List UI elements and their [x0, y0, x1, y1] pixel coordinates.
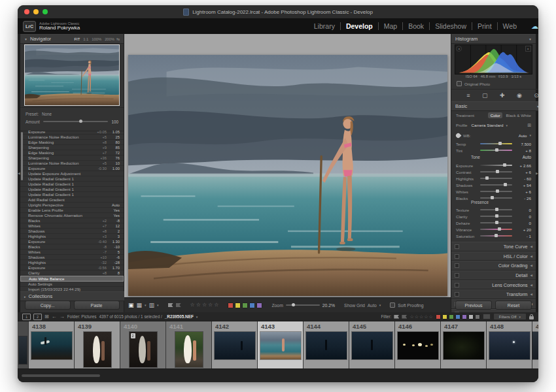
history-item[interactable]: Update Radial Gradient 1	[20, 187, 124, 192]
slider-value[interactable]: 0	[515, 221, 531, 225]
photo-thumbnail[interactable]	[215, 332, 255, 359]
slider-knob[interactable]	[496, 189, 499, 193]
slider-track[interactable]	[480, 150, 512, 151]
slider-knob[interactable]	[495, 208, 498, 211]
panel-toggle[interactable]	[455, 244, 459, 249]
traffic-light-button[interactable]	[43, 9, 48, 14]
panel-toggle[interactable]	[455, 254, 459, 259]
star-icon[interactable]: ☆	[424, 314, 428, 319]
history-item[interactable]: Remove Chromatic Aberration Yes	[20, 213, 124, 218]
zoom-slider[interactable]	[286, 304, 320, 306]
slider-knob[interactable]	[504, 183, 507, 186]
history-item[interactable]: Whites -7 5	[20, 250, 124, 255]
show-grid-label[interactable]: Show Grid	[344, 303, 365, 308]
flag-reject-icon[interactable]	[176, 303, 181, 307]
healing-icon[interactable]: ✚	[500, 93, 505, 99]
star-icon[interactable]: ☆	[409, 314, 413, 319]
go-back-icon[interactable]: ←	[52, 314, 57, 319]
slider-knob[interactable]	[495, 148, 498, 152]
slider-value[interactable]: + 20	[515, 227, 531, 232]
filter-color-chip[interactable]	[462, 314, 467, 319]
navigator-preview[interactable]	[24, 44, 120, 106]
filmstrip-cell[interactable]: 4138	[29, 321, 74, 368]
history-item[interactable]: Auto Settings	[20, 282, 124, 287]
panel-header[interactable]: Tone Curve ◀	[451, 242, 536, 252]
slider-knob[interactable]	[495, 221, 498, 224]
flag-pick-icon[interactable]	[168, 303, 173, 307]
history-item[interactable]: Update Radial Gradient 1	[20, 182, 124, 187]
photo-thumbnail[interactable]: 2	[130, 332, 157, 367]
history-item[interactable]: Blacks +2 -8	[20, 218, 124, 223]
primary-monitor-button[interactable]: 1	[22, 314, 31, 320]
panel-expand-icon[interactable]: ◀	[530, 293, 532, 296]
star-icon[interactable]: ☆	[196, 302, 201, 308]
history-item[interactable]: Import (15/03/2023 22:44:29)	[20, 287, 124, 291]
filter-flag-reject-icon[interactable]	[402, 315, 407, 319]
grid-auto-dropdown[interactable]: Auto	[368, 303, 377, 308]
slider-value[interactable]: + 6	[515, 189, 531, 194]
chevron-down-icon[interactable]: ▾	[196, 315, 198, 319]
chevron-down-icon[interactable]: ▾	[379, 303, 381, 307]
filmstrip-cell[interactable]: 4146	[395, 321, 440, 368]
history-item[interactable]: Blacks -8 -10	[20, 244, 124, 250]
slider-value[interactable]: + 6	[515, 170, 531, 174]
traffic-light-button[interactable]	[24, 9, 29, 14]
before-after-lr-icon[interactable]: ▦	[137, 302, 143, 308]
history-item[interactable]: Update Radial Gradient 1	[20, 192, 124, 197]
history-item[interactable]: Enable Lens Profile Yes	[20, 208, 124, 213]
navigator-header[interactable]: ▼ Navigator FIT1:1100%200% ⇆	[20, 34, 124, 44]
history-item[interactable]: Edge Masking +7 72	[20, 150, 124, 155]
history-scrollbar[interactable]	[21, 132, 23, 180]
zoom-level-option[interactable]: FIT	[75, 37, 80, 41]
history-item[interactable]: Add Radial Gradient	[20, 197, 124, 203]
photo-thumbnail[interactable]	[19, 336, 27, 364]
preset-value[interactable]: None	[42, 112, 52, 116]
histogram-header[interactable]: Histogram ▼	[451, 34, 536, 44]
module-tab[interactable]: Print	[472, 22, 498, 30]
slider-value[interactable]: + 2.66	[515, 163, 531, 168]
filmstrip-cell[interactable]: 41	[532, 321, 538, 368]
module-tab[interactable]: Slideshow	[430, 22, 472, 30]
basic-panel-header[interactable]: Basic ▼	[451, 101, 538, 111]
star-icon[interactable]: ☆	[419, 314, 423, 319]
slider-track[interactable]	[480, 165, 512, 166]
slider-value[interactable]: 0	[515, 208, 531, 212]
star-icon[interactable]: ☆	[214, 302, 218, 308]
amount-knob[interactable]	[79, 120, 82, 123]
soft-proofing-checkbox[interactable]	[390, 302, 395, 308]
slider-value[interactable]: - 1	[515, 234, 531, 238]
loupe-view-icon[interactable]: ▣	[128, 302, 134, 308]
filmstrip-cell[interactable]: 4141	[166, 321, 211, 368]
slider-track[interactable]	[480, 143, 512, 144]
color-label-chip[interactable]	[249, 302, 255, 308]
slider-track[interactable]	[480, 171, 512, 172]
slider-value[interactable]: + 8	[515, 148, 531, 153]
slider-knob[interactable]	[496, 170, 499, 173]
photo-thumbnail[interactable]	[175, 332, 203, 367]
color-label-chip[interactable]	[228, 302, 234, 308]
original-photo-toggle[interactable]: Original Photo	[457, 81, 490, 86]
slider-track[interactable]	[480, 209, 512, 210]
filter-color-chip[interactable]	[475, 314, 480, 319]
photo-thumbnail[interactable]	[489, 332, 530, 359]
photo-thumbnail[interactable]	[31, 332, 72, 359]
photo-thumbnail[interactable]	[352, 332, 392, 359]
current-filename[interactable]: _R239505.NEF	[165, 314, 194, 319]
panel-header[interactable]: Color Grading ◀	[451, 261, 536, 270]
module-tab[interactable]: Develop	[341, 22, 379, 30]
history-item[interactable]: Edge Masking +8 80	[20, 140, 124, 145]
history-item[interactable]: Exposure +0.05 1.05	[20, 129, 124, 135]
slider-track[interactable]	[480, 178, 512, 179]
slider-value[interactable]: 7,500	[515, 142, 531, 146]
collections-header[interactable]: ▸ Collections +	[20, 291, 131, 301]
slider-knob[interactable]	[495, 214, 498, 218]
slider-track[interactable]	[480, 216, 512, 217]
paste-button[interactable]: Paste	[74, 301, 120, 310]
filmstrip-cell[interactable]: 4145	[349, 321, 394, 368]
history-item[interactable]: Luminance Noise Reduction +5 25	[20, 135, 124, 140]
star-icon[interactable]: ☆	[190, 302, 195, 308]
color-label-chip[interactable]	[256, 302, 262, 308]
panel-header[interactable]: Lens Corrections ◀	[451, 280, 536, 290]
slider-value[interactable]: 0	[515, 214, 531, 219]
zoom-level-option[interactable]: 1:1	[83, 37, 88, 41]
